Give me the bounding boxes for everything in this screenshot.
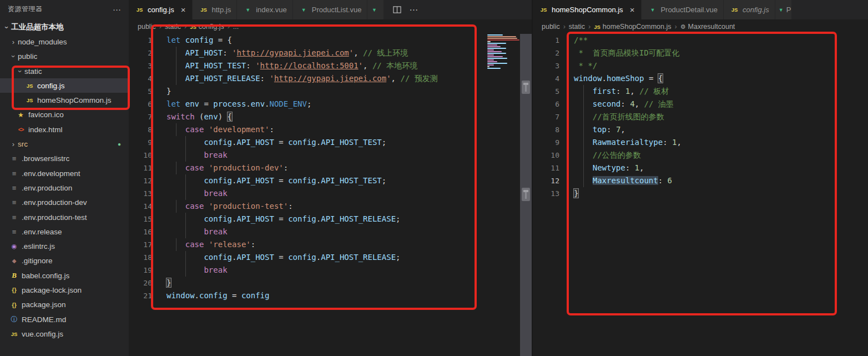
breadcrumb-item-homeshopcommon-js[interactable]: JShomeShopCommon.js — [594, 23, 671, 31]
line-number: 9 — [129, 138, 152, 147]
tree-item-favicon-ico[interactable]: ★favicon.ico — [0, 108, 129, 122]
chevron-down-icon: › — [3, 23, 11, 32]
tree-item-static[interactable]: ›static — [0, 64, 129, 78]
minimap-line — [487, 56, 503, 57]
minimap-line — [487, 43, 506, 44]
tab-partial[interactable]: ▼ — [367, 0, 384, 19]
more-actions-icon[interactable]: ··· — [110, 4, 123, 14]
tab-label: index.vue — [256, 6, 287, 14]
split-editor-icon[interactable] — [393, 6, 401, 14]
tree-item-index-html[interactable]: <>index.html — [0, 122, 129, 137]
code-line: 10 break — [129, 149, 532, 162]
more-actions-icon[interactable]: ··· — [409, 5, 418, 15]
code-line-text: API_HOST_TEST: 'http://localhost:5001', … — [152, 59, 417, 72]
tab-homeshopcommon-js[interactable]: JShomeShopCommon.js× — [533, 0, 642, 19]
code-editor-homeshopcommon-js[interactable]: 1/**2 * 首页商品模块ID可配置化3 * */4window.homeSh… — [533, 34, 868, 356]
tree-item-browserslistrc[interactable]: ≡.browserslistrc — [0, 152, 129, 166]
star-file-icon: ★ — [16, 111, 26, 119]
scrollbar-handle[interactable] — [522, 188, 530, 201]
breadcrumb-label: public — [138, 23, 156, 31]
breadcrumb-label: Maxresultcount — [688, 23, 735, 31]
line-number: 2 — [129, 49, 152, 57]
indent-guide — [176, 123, 176, 136]
indent-guide — [185, 213, 186, 225]
tab-config-js[interactable]: JSconfig.js — [724, 0, 775, 19]
code-line-text: switch (env) { — [152, 111, 232, 123]
tree-item-public[interactable]: ›public — [0, 49, 129, 64]
tab-productlist-vue[interactable]: ▼ProductList.vue — [293, 0, 368, 19]
tree-item-package-lock-json[interactable]: {}package-lock.json — [0, 283, 129, 297]
breadcrumb-item-static[interactable]: static — [569, 23, 585, 31]
close-icon[interactable]: × — [180, 5, 187, 14]
tree-item-env-release[interactable]: ≡.env.release — [0, 224, 129, 239]
code-editor-config-js[interactable]: 1let config = {2 API_HOST: 'http://gypap… — [129, 34, 532, 356]
line-number: 8 — [129, 126, 152, 134]
tree-item-node-modules[interactable]: ›node_modules — [0, 34, 129, 49]
tree-item-config-js[interactable]: JSconfig.js — [0, 78, 129, 93]
minimap-line — [487, 46, 501, 47]
code-line: 13 break — [129, 187, 532, 200]
line-number: 21 — [129, 292, 152, 300]
tree-item-gitignore[interactable]: ◆.gitignore — [0, 254, 129, 268]
scrollbar[interactable] — [520, 34, 532, 356]
breadcrumb-separator-icon: › — [563, 23, 566, 31]
tab-productdetail-vue[interactable]: ▼ProductDetail.vue — [642, 0, 724, 19]
minimap-line — [487, 49, 494, 51]
file-tree: ›工业品超市本地›node_modules›public›staticJScon… — [0, 20, 129, 342]
code-line-text: * 首页商品模块ID可配置化 — [559, 47, 680, 59]
line-number: 20 — [129, 279, 152, 287]
line-number: 5 — [129, 87, 152, 96]
breadcrumb-item-config-js[interactable]: JSconfig.js — [190, 23, 224, 31]
tree-item-env-production[interactable]: ≡.env.production — [0, 180, 129, 195]
tab-label: http.js — [211, 6, 231, 14]
tree-item-package-json[interactable]: {}package.json — [0, 298, 129, 312]
tree-item-label: public — [18, 52, 37, 61]
tab-bar-left: JSconfig.js×JShttp.js▼index.vue▼ProductL… — [129, 0, 532, 19]
tab-p[interactable]: ▼P — [775, 0, 792, 19]
tree-item-readme-md[interactable]: ⓘREADME.md — [0, 312, 129, 327]
scrollbar-handle[interactable] — [522, 81, 530, 94]
tree-item-vue-config-js[interactable]: JSvue.config.js — [0, 327, 129, 341]
minimap-line — [487, 59, 494, 61]
chevron-right-icon: › — [9, 140, 18, 148]
vue-file-icon: ▼ — [371, 7, 377, 13]
tree-item-env-production-dev[interactable]: ≡.env.production-dev — [0, 195, 129, 210]
indent-guide — [185, 251, 186, 264]
tab-http-js[interactable]: JShttp.js — [193, 0, 237, 19]
line-number: 6 — [533, 100, 559, 108]
js-file-icon: JS — [538, 7, 549, 13]
minimap[interactable] — [486, 34, 520, 356]
code-line-text: let config = { — [152, 34, 232, 47]
tab-config-js[interactable]: JSconfig.js× — [129, 0, 193, 19]
breadcrumb-item-maxresultcount[interactable]: ⚙Maxresultcount — [680, 23, 735, 31]
indent-guide — [176, 238, 176, 251]
tree-item-babel-config-js[interactable]: Bbabel.config.js — [0, 268, 129, 283]
tree-item-env-development[interactable]: ≡.env.development — [0, 166, 129, 180]
explorer-header: 资源管理器 ··· — [0, 0, 129, 18]
breadcrumb-separator-icon: › — [675, 23, 677, 31]
tree-item-src[interactable]: ›src● — [0, 137, 129, 151]
tree-item-homeshopcommon-js[interactable]: JShomeShopCommon.js — [0, 93, 129, 107]
code-line-text: /** — [559, 34, 588, 47]
js-file-icon: JS — [9, 331, 19, 337]
code-line-text: Newtype: 1, — [559, 162, 644, 174]
tree-item-eslintrc-js[interactable]: ◉.eslintrc.js — [0, 239, 129, 253]
breadcrumb-item-static[interactable]: static — [165, 23, 181, 31]
breadcrumb-item-public[interactable]: public — [138, 23, 156, 31]
breadcrumb-item-item[interactable]: ... — [233, 23, 239, 31]
tab-index-vue[interactable]: ▼index.vue — [237, 0, 293, 19]
editor-group-right: JShomeShopCommon.js×▼ProductDetail.vueJS… — [532, 0, 868, 356]
chevron-down-icon: › — [16, 67, 24, 76]
tree-item-工业品超市本地[interactable]: ›工业品超市本地 — [0, 20, 129, 34]
code-line: 14 case 'production-test': — [129, 200, 532, 213]
braces-file-icon: {} — [9, 287, 19, 293]
tab-label: config.js — [743, 6, 769, 14]
code-line: 3 API_HOST_TEST: 'http://localhost:5001'… — [129, 59, 532, 72]
indent-guide — [185, 225, 186, 238]
js-file-icon: JS — [190, 24, 196, 30]
tree-item-label: node_modules — [18, 38, 67, 46]
code-line: 2 API_HOST: 'http://gypapi.jiepei.com', … — [129, 47, 532, 59]
breadcrumb-item-public[interactable]: public — [542, 23, 560, 31]
tree-item-env-production-test[interactable]: ≡.env.production-test — [0, 210, 129, 224]
close-icon[interactable]: × — [629, 5, 636, 14]
